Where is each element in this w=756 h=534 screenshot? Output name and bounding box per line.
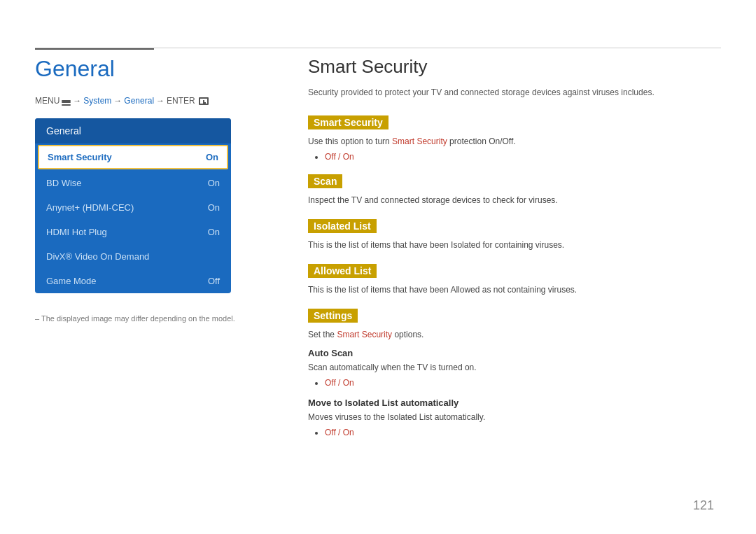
isolated-list-text: This is the list of items that have been… (308, 239, 721, 251)
menu-path-prefix: MENU (35, 96, 59, 106)
menu-item-hdmi-hot-plug[interactable]: HDMI Hot Plug On (35, 220, 231, 244)
menu-item-value: On (208, 178, 220, 188)
menu-item-smart-security[interactable]: Smart Security On (38, 145, 228, 169)
auto-scan-heading: Auto Scan (308, 348, 721, 358)
settings-smart-security-link: Smart Security (337, 330, 392, 339)
smart-security-text: Use this option to turn Smart Security p… (308, 135, 721, 148)
move-isolated-off-on: Off / On (325, 428, 354, 437)
smart-security-bullets: Off / On (308, 152, 721, 162)
menu-item-game-mode[interactable]: Game Mode Off (35, 269, 231, 293)
section-smart-security: Smart Security Use this option to turn S… (308, 113, 721, 162)
move-isolated-bullets: Off / On (308, 428, 721, 437)
scan-text: Inspect the TV and connected storage dev… (308, 194, 721, 206)
heading-smart-security: Smart Security (308, 115, 388, 129)
menu-item-value: On (208, 227, 220, 237)
enter-icon (199, 97, 209, 105)
move-isolated-heading: Move to Isolated List automatically (308, 398, 721, 408)
section-scan: Scan Inspect the TV and connected storag… (308, 171, 721, 206)
section-auto-scan: Auto Scan Scan automatically when the TV… (308, 348, 721, 388)
heading-scan: Scan (308, 174, 342, 188)
menu-item-label: HDMI Hot Plug (46, 227, 107, 237)
menu-item-anynet[interactable]: Anynet+ (HDMI-CEC) On (35, 195, 231, 220)
auto-scan-off-on: Off / On (325, 378, 354, 388)
right-panel: Smart Security Security provided to prot… (308, 56, 721, 447)
menu-item-divx[interactable]: DivX® Video On Demand (35, 244, 231, 269)
menu-item-label: Game Mode (46, 276, 97, 286)
menu-item-value: On (208, 202, 220, 213)
menu-item-label: DivX® Video On Demand (46, 251, 149, 262)
footnote: – The displayed image may differ dependi… (35, 314, 280, 323)
menu-item-label: BD Wise (46, 178, 82, 188)
menu-path-general: General (124, 96, 154, 106)
page-number: 121 (693, 498, 714, 513)
menu-path: MENU → System → General → ENTER (35, 96, 280, 106)
section-move-isolated: Move to Isolated List automatically Move… (308, 398, 721, 437)
section-intro: Security provided to protect your TV and… (308, 86, 721, 99)
settings-text: Set the Smart Security options. (308, 328, 721, 341)
menu-item-bd-wise[interactable]: BD Wise On (35, 171, 231, 195)
allowed-list-text: This is the list of items that have been… (308, 283, 721, 296)
menu-item-value: Off (208, 276, 220, 286)
auto-scan-bullets: Off / On (308, 378, 721, 388)
section-isolated-list: Isolated List This is the list of items … (308, 216, 721, 251)
left-panel: General MENU → System → General → ENTER … (35, 56, 280, 323)
smart-security-link: Smart Security (392, 136, 447, 146)
menu-item-label: Smart Security (48, 152, 112, 162)
section-settings: Settings Set the Smart Security options. (308, 306, 721, 341)
menu-item-value: On (206, 152, 218, 162)
smart-security-off-on: Off / On (325, 152, 354, 162)
move-isolated-text: Moves viruses to the Isolated List autom… (308, 411, 721, 423)
heading-allowed-list: Allowed List (308, 264, 377, 278)
auto-scan-text: Scan automatically when the TV is turned… (308, 361, 721, 374)
section-allowed-list: Allowed List This is the list of items t… (308, 261, 721, 296)
menu-path-enter: ENTER (167, 96, 195, 106)
menu-item-label: Anynet+ (HDMI-CEC) (46, 202, 134, 213)
page-title: General (35, 56, 280, 82)
menu-box-header: General (35, 118, 231, 143)
heading-isolated-list: Isolated List (308, 219, 377, 233)
right-section-title: Smart Security (308, 56, 721, 78)
heading-settings: Settings (308, 309, 358, 323)
menu-icon (62, 100, 71, 101)
menu-box: General Smart Security On BD Wise On Any… (35, 118, 231, 293)
menu-path-system: System (83, 96, 111, 106)
top-divider (35, 48, 721, 48)
